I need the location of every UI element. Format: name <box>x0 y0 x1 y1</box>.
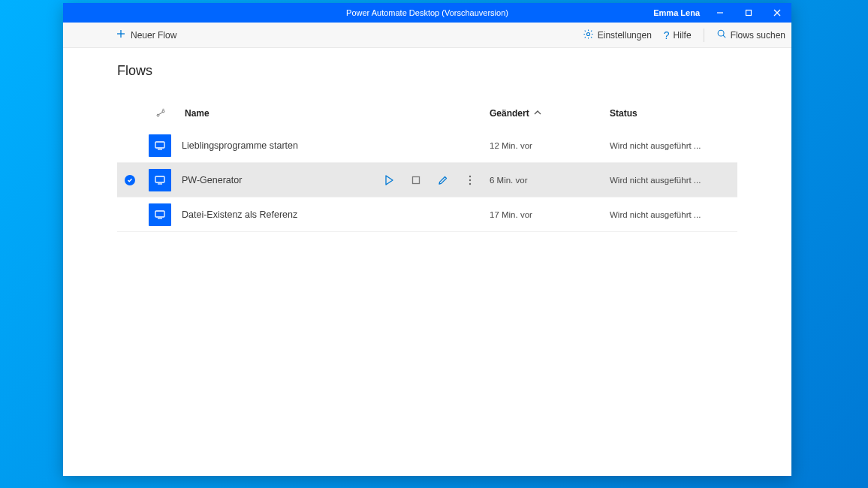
toolbar-separator <box>704 29 704 42</box>
flow-type-icon <box>149 203 171 226</box>
chevron-up-icon <box>534 108 541 119</box>
table-header: Name Geändert Status <box>117 98 737 128</box>
table-row[interactable]: Lieblingsprogramme starten 12 Min. vor W… <box>117 128 737 163</box>
flow-modified: 17 Min. vor <box>490 210 532 219</box>
col-modified-header[interactable]: Geändert <box>490 108 610 119</box>
minimize-button[interactable] <box>706 3 734 23</box>
help-label: Hilfe <box>674 30 692 41</box>
search-icon <box>716 29 727 41</box>
edit-button[interactable] <box>437 174 449 186</box>
check-circle-icon <box>125 175 135 185</box>
more-button[interactable] <box>464 174 476 186</box>
svg-point-17 <box>469 175 471 176</box>
svg-line-8 <box>723 35 725 38</box>
new-flow-label: Neuer Flow <box>131 30 176 41</box>
svg-line-11 <box>159 112 163 114</box>
table-row[interactable]: Datei-Existenz als Referenz 17 Min. vor … <box>117 197 737 232</box>
gear-icon <box>583 29 594 42</box>
col-status-header[interactable]: Status <box>610 108 737 119</box>
table-row[interactable]: PW-Generator 6 Min. vor Wi <box>117 163 737 197</box>
search-flows[interactable]: Flows suchen <box>716 29 785 41</box>
svg-rect-1 <box>746 11 752 16</box>
svg-rect-12 <box>155 142 164 148</box>
sort-icon <box>155 108 166 119</box>
new-flow-button[interactable]: Neuer Flow <box>116 29 176 41</box>
flows-table: Name Geändert Status <box>117 98 737 232</box>
flow-name: PW-Generator <box>182 175 242 185</box>
close-button[interactable] <box>763 3 791 23</box>
svg-point-19 <box>469 182 471 184</box>
flow-type-icon <box>149 169 171 191</box>
stop-button[interactable] <box>410 174 422 186</box>
settings-button[interactable]: Einstellungen <box>583 29 652 42</box>
svg-point-7 <box>718 30 724 36</box>
col-sort-header[interactable] <box>146 108 180 119</box>
titlebar: Power Automate Desktop (Vorschauversion)… <box>63 3 791 23</box>
svg-rect-16 <box>413 176 420 183</box>
settings-label: Einstellungen <box>598 30 652 41</box>
flow-status: Wird nicht ausgeführt ... <box>610 210 701 219</box>
row-check[interactable] <box>117 175 143 185</box>
svg-rect-20 <box>155 211 164 217</box>
flow-status: Wird nicht ausgeführt ... <box>610 176 701 185</box>
app-window: Power Automate Desktop (Vorschauversion)… <box>63 3 791 476</box>
maximize-button[interactable] <box>734 3 763 23</box>
search-label: Flows suchen <box>731 30 785 41</box>
content-area: Flows Name <box>63 48 791 476</box>
svg-point-9 <box>157 114 159 116</box>
flow-modified: 12 Min. vor <box>490 141 532 150</box>
svg-rect-14 <box>155 176 164 182</box>
flow-modified: 6 Min. vor <box>490 176 528 185</box>
window-title: Power Automate Desktop (Vorschauversion) <box>346 8 508 17</box>
svg-point-6 <box>586 32 589 35</box>
row-actions <box>377 174 490 186</box>
col-name-header[interactable]: Name <box>180 108 377 119</box>
question-icon: ? <box>664 29 670 41</box>
play-button[interactable] <box>383 174 395 186</box>
flow-name: Lieblingsprogramme starten <box>182 140 298 151</box>
svg-point-18 <box>469 179 471 180</box>
toolbar: Neuer Flow Einstellungen ? Hilfe <box>63 23 791 48</box>
flow-status: Wird nicht ausgeführt ... <box>610 141 701 150</box>
plus-icon <box>116 29 126 41</box>
user-name: Emma Lena <box>653 8 700 17</box>
page-title: Flows <box>117 63 737 79</box>
svg-point-10 <box>162 110 164 113</box>
help-button[interactable]: ? Hilfe <box>664 29 692 41</box>
flow-name: Datei-Existenz als Referenz <box>182 209 297 220</box>
flow-type-icon <box>149 134 171 157</box>
window-controls <box>706 3 791 23</box>
